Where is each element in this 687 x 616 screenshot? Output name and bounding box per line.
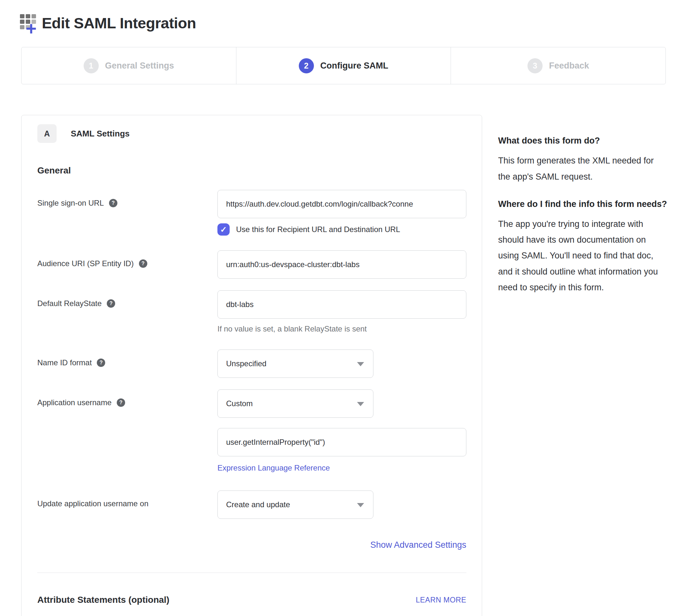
page-title: Edit SAML Integration bbox=[42, 14, 196, 32]
sso-url-label-wrap: Single sign-on URL ? bbox=[37, 190, 217, 208]
grid-square bbox=[20, 14, 24, 18]
saml-settings-panel: A SAML Settings General Single sign-on U… bbox=[21, 115, 482, 616]
show-advanced-settings-link[interactable]: Show Advanced Settings bbox=[370, 540, 466, 550]
step-1-label: General Settings bbox=[105, 61, 174, 71]
section-divider bbox=[37, 573, 466, 573]
relay-state-input[interactable] bbox=[217, 290, 466, 318]
relay-state-helper-text: If no value is set, a blank RelayState i… bbox=[217, 324, 466, 333]
name-id-format-row: Name ID format ? Unspecified bbox=[37, 350, 466, 378]
name-id-format-label-wrap: Name ID format ? bbox=[37, 350, 217, 368]
help-heading-where: Where do I find the info this form needs… bbox=[498, 198, 668, 210]
sso-url-row: Single sign-on URL ? ✓ Use this for Reci… bbox=[37, 190, 466, 236]
plus-icon: + bbox=[26, 19, 37, 38]
recipient-url-checkbox-row: ✓ Use this for Recipient URL and Destina… bbox=[217, 223, 466, 236]
name-id-format-value: Unspecified bbox=[226, 359, 266, 368]
step-1-badge: 1 bbox=[84, 58, 99, 73]
custom-expression-input[interactable] bbox=[217, 428, 466, 456]
name-id-format-label: Name ID format bbox=[37, 358, 92, 368]
section-a-badge: A bbox=[37, 124, 56, 143]
help-icon[interactable]: ? bbox=[107, 299, 115, 308]
app-grid-plus-icon: + bbox=[20, 14, 41, 37]
edit-saml-integration-page: + Edit SAML Integration 1 General Settin… bbox=[0, 0, 687, 616]
grid-square bbox=[20, 20, 24, 24]
help-icon[interactable]: ? bbox=[117, 398, 125, 407]
application-username-label: Application username bbox=[37, 398, 112, 408]
help-icon[interactable]: ? bbox=[97, 358, 105, 367]
update-username-row: Update application username on Create an… bbox=[37, 490, 466, 519]
attribute-statements-header: Attribute Statements (optional) LEARN MO… bbox=[37, 595, 466, 605]
general-section-heading: General bbox=[37, 166, 466, 176]
content-columns: A SAML Settings General Single sign-on U… bbox=[21, 115, 668, 616]
relay-state-label: Default RelayState bbox=[37, 299, 101, 308]
application-username-label-wrap: Application username ? bbox=[37, 390, 217, 408]
update-username-label-wrap: Update application username on bbox=[37, 490, 217, 508]
step-feedback[interactable]: 3 Feedback bbox=[451, 47, 665, 84]
checkmark-icon: ✓ bbox=[220, 225, 227, 234]
step-3-label: Feedback bbox=[549, 61, 589, 71]
help-sidebar: What does this form do? This form genera… bbox=[498, 115, 668, 309]
step-2-badge: 2 bbox=[299, 58, 314, 73]
step-general-settings[interactable]: 1 General Settings bbox=[22, 47, 236, 84]
panel-title: SAML Settings bbox=[71, 129, 130, 139]
chevron-down-icon bbox=[357, 402, 364, 406]
application-username-row: Application username ? Custom Expression… bbox=[37, 390, 466, 472]
recipient-checkbox-label: Use this for Recipient URL and Destinati… bbox=[236, 225, 400, 234]
wizard-steps: 1 General Settings 2 Configure SAML 3 Fe… bbox=[21, 47, 666, 84]
use-for-recipient-checkbox[interactable]: ✓ bbox=[217, 223, 230, 236]
application-username-value: Custom bbox=[226, 399, 253, 408]
audience-uri-row: Audience URI (SP Entity ID) ? bbox=[37, 250, 466, 279]
expression-language-reference-link[interactable]: Expression Language Reference bbox=[217, 463, 330, 472]
sso-url-input[interactable] bbox=[217, 190, 466, 218]
learn-more-link[interactable]: LEARN MORE bbox=[416, 596, 466, 604]
step-2-label: Configure SAML bbox=[320, 61, 388, 71]
grid-square bbox=[20, 25, 24, 29]
help-heading-what: What does this form do? bbox=[498, 135, 668, 147]
step-3-badge: 3 bbox=[527, 58, 543, 73]
update-username-select[interactable]: Create and update bbox=[217, 490, 373, 519]
help-body-what: This form generates the XML needed for t… bbox=[498, 153, 668, 184]
application-username-select[interactable]: Custom bbox=[217, 390, 373, 418]
chevron-down-icon bbox=[357, 362, 364, 366]
name-id-format-select[interactable]: Unspecified bbox=[217, 350, 373, 378]
update-username-value: Create and update bbox=[226, 500, 290, 509]
update-username-label: Update application username on bbox=[37, 499, 148, 508]
page-header: + Edit SAML Integration bbox=[0, 0, 687, 37]
help-body-where: The app you're trying to integrate with … bbox=[498, 216, 668, 295]
relay-state-label-wrap: Default RelayState ? bbox=[37, 290, 217, 308]
relay-state-row: Default RelayState ? If no value is set,… bbox=[37, 290, 466, 333]
audience-uri-input[interactable] bbox=[217, 250, 466, 279]
help-icon[interactable]: ? bbox=[109, 199, 117, 207]
attribute-statements-heading: Attribute Statements (optional) bbox=[37, 595, 169, 605]
panel-header: A SAML Settings bbox=[37, 124, 466, 143]
help-icon[interactable]: ? bbox=[139, 259, 147, 268]
chevron-down-icon bbox=[357, 503, 364, 507]
audience-uri-label: Audience URI (SP Entity ID) bbox=[37, 259, 134, 268]
audience-uri-label-wrap: Audience URI (SP Entity ID) ? bbox=[37, 250, 217, 268]
step-configure-saml[interactable]: 2 Configure SAML bbox=[236, 47, 451, 84]
sso-url-label: Single sign-on URL bbox=[37, 198, 104, 208]
